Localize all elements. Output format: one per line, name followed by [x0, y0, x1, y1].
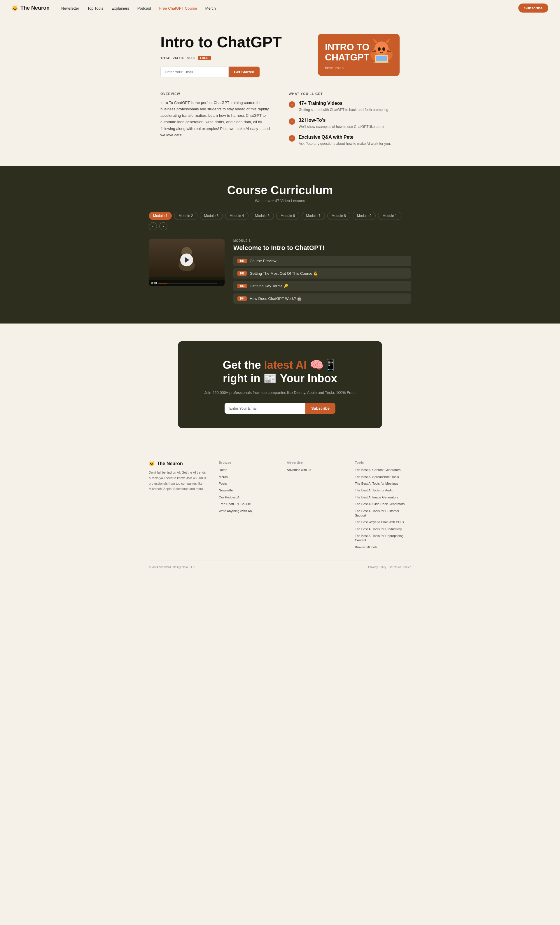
benefit-desc-2: We'll show examples of how to use ChatGP… [299, 124, 385, 130]
headline-part3: Your Inbox [280, 372, 337, 384]
footer-link-chatgpt-course[interactable]: Free ChatGPT Course [219, 502, 275, 506]
tabs-prev-button[interactable]: ‹ [149, 222, 157, 230]
module-lessons: MODULE 1 Welcome to Intro to ChatGPT! 10… [233, 239, 411, 306]
hero-form: Get Started [161, 66, 260, 77]
footer-link-posts[interactable]: Posts [219, 482, 275, 486]
footer-legal-links: Privacy Policy Terms of Service [368, 566, 411, 569]
hero-email-input[interactable] [161, 66, 229, 77]
curriculum-content: 0:18 ··· MODULE 1 Welcome to Intro to Ch… [149, 239, 411, 306]
footer-link-advertise[interactable]: Advertise with us [287, 468, 343, 472]
newsletter-form: Subscribe [225, 403, 335, 414]
footer-link-podcast-ai[interactable]: Our Podcast AI [219, 495, 275, 500]
lesson-item-2[interactable]: 102 Getting The Most Out Of This Course … [233, 268, 411, 279]
module-tab-5[interactable]: Module 5 [251, 212, 274, 220]
video-player[interactable]: 0:18 ··· [149, 239, 225, 286]
nav-chatgpt-course[interactable]: Free ChatGPT Course [159, 6, 197, 11]
lesson-num-3: 103 [237, 284, 247, 288]
benefit-title-3: Exclusive Q&A with Pete [299, 135, 391, 140]
benefit-desc-3: Ask Pete any questions about how to make… [299, 141, 391, 146]
lesson-item-1[interactable]: 101 Course Preview! [233, 256, 411, 266]
hero-card: INTRO TOCHATGPT theneuron.ai [318, 34, 399, 76]
footer-copyright: © 2024 Standard Intelligentsia, LLC. [149, 566, 196, 569]
video-time: 0:18 [151, 282, 157, 285]
price-strike: $119 [187, 56, 195, 60]
nav-explainers[interactable]: Explainers [111, 6, 129, 11]
footer-privacy-link[interactable]: Privacy Policy [368, 566, 386, 569]
footer-link-productivity[interactable]: The Best AI Tools for Productivity [355, 527, 411, 532]
hero-card-cat-icon [367, 37, 396, 68]
footer-bottom: © 2024 Standard Intelligentsia, LLC. Pri… [149, 560, 411, 569]
footer-link-browse-all[interactable]: Browse all tools [355, 545, 411, 550]
module-tabs: Module 1 Module 2 Module 3 Module 4 Modu… [149, 212, 411, 230]
svg-rect-11 [376, 56, 387, 61]
lesson-item-4[interactable]: 104 How Does ChatGPT Work? 🤖 [233, 294, 411, 304]
benefit-item-1: ✓ 47+ Training Videos Getting started wi… [289, 101, 399, 112]
module-label: MODULE 1 [233, 239, 411, 243]
benefit-content-3: Exclusive Q&A with Pete Ask Pete any que… [299, 135, 391, 146]
benefit-list: ✓ 47+ Training Videos Getting started wi… [289, 101, 399, 146]
footer-link-merch[interactable]: Merch [219, 475, 275, 479]
footer-col-browse: Browse Home Merch Posts Newsletter Our P… [219, 461, 275, 552]
benefit-check-icon-1: ✓ [289, 101, 295, 108]
newsletter-headline: Get the latest AI 🧠📱 right in 📰 Your Inb… [189, 359, 371, 385]
hero-section: Intro to ChatGPT TOTAL VALUE $119 FREE G… [0, 17, 560, 92]
nav-links: Newsletter Top Tools Explainers Podcast … [61, 6, 518, 11]
svg-point-5 [382, 47, 385, 51]
nav-newsletter[interactable]: Newsletter [61, 6, 79, 11]
benefit-title-2: 32 How-To's [299, 118, 385, 123]
newsletter-email-input[interactable] [225, 403, 305, 414]
newsletter-subscribe-button[interactable]: Subscribe [305, 403, 335, 414]
nav-subscribe-button[interactable]: Subscribe [518, 3, 548, 12]
module-tab-10[interactable]: Module 1 [378, 212, 401, 220]
benefit-title-1: 47+ Training Videos [299, 101, 389, 106]
video-options-icon[interactable]: ··· [219, 281, 222, 285]
footer-link-repurpose[interactable]: The Best AI Tools for Repurposing Conten… [355, 534, 411, 543]
footer-link-image-gen[interactable]: The Best AI Image Generators [355, 495, 411, 500]
lesson-title-1: Course Preview! [250, 259, 278, 263]
nav-merch[interactable]: Merch [205, 6, 216, 11]
newsletter-section: Get the latest AI 🧠📱 right in 📰 Your Inb… [0, 324, 560, 446]
module-tab-1[interactable]: Module 1 [149, 212, 172, 220]
nav-podcast[interactable]: Podcast [137, 6, 151, 11]
nav-top-tools[interactable]: Top Tools [87, 6, 103, 11]
video-progress-bar: 0:18 ··· [149, 280, 225, 286]
footer-link-newsletter[interactable]: Newsletter [219, 488, 275, 493]
curriculum-subtitle: Watch over 47 Video Lessons [149, 199, 411, 203]
footer-col-tools: Tools The Best AI Content Generators The… [355, 461, 411, 552]
footer-link-audio[interactable]: The Best AI Tools for Audio [355, 488, 411, 493]
tabs-next-button[interactable]: › [159, 222, 167, 230]
hero-cta-button[interactable]: Get Started [229, 66, 260, 77]
play-button[interactable] [180, 253, 193, 266]
progress-fill [158, 283, 167, 283]
footer-logo: 🐱 The Neuron [149, 461, 207, 466]
footer-link-chat-pdfs[interactable]: The Best Ways to Chat With PDFs [355, 520, 411, 524]
module-tab-7[interactable]: Module 7 [302, 212, 324, 220]
lesson-title-3: Defining Key Terms 🔑 [250, 284, 288, 288]
footer-link-spreadsheet[interactable]: The Best AI Spreadsheet Tools [355, 475, 411, 479]
svg-point-1 [374, 41, 389, 56]
overview-label: OVERVIEW [161, 92, 271, 95]
module-tab-2[interactable]: Module 2 [174, 212, 197, 220]
benefit-content-2: 32 How-To's We'll show examples of how t… [299, 118, 385, 130]
module-tab-9[interactable]: Module 9 [353, 212, 376, 220]
footer-link-customer-support[interactable]: The Best AI Tools for Customer Support [355, 509, 411, 518]
footer-link-content-gen[interactable]: The Best AI Content Generators [355, 468, 411, 472]
lesson-item-3[interactable]: 103 Defining Key Terms 🔑 [233, 281, 411, 291]
footer-link-slide-deck[interactable]: The Best AI Slide Deck Generators [355, 502, 411, 506]
module-tab-6[interactable]: Module 6 [276, 212, 299, 220]
footer-link-write-anything[interactable]: Write Anything (with AI) [219, 509, 275, 513]
svg-marker-2 [373, 38, 378, 43]
benefit-item-2: ✓ 32 How-To's We'll show examples of how… [289, 118, 399, 130]
footer-link-home[interactable]: Home [219, 468, 275, 472]
lesson-title-4: How Does ChatGPT Work? 🤖 [250, 296, 302, 301]
footer-site-name: The Neuron [157, 461, 183, 466]
module-tab-4[interactable]: Module 4 [225, 212, 248, 220]
module-tab-3[interactable]: Module 3 [200, 212, 223, 220]
footer-link-meetings[interactable]: The Best AI Tools for Meetings [355, 482, 411, 486]
svg-marker-3 [385, 38, 390, 43]
module-tab-8[interactable]: Module 8 [327, 212, 350, 220]
footer-terms-link[interactable]: Terms of Service [390, 566, 411, 569]
headline-part1: Get the [223, 359, 264, 371]
navigation: 🐱 The Neuron Newsletter Top Tools Explai… [0, 0, 560, 17]
nav-logo[interactable]: 🐱 The Neuron [12, 5, 50, 11]
